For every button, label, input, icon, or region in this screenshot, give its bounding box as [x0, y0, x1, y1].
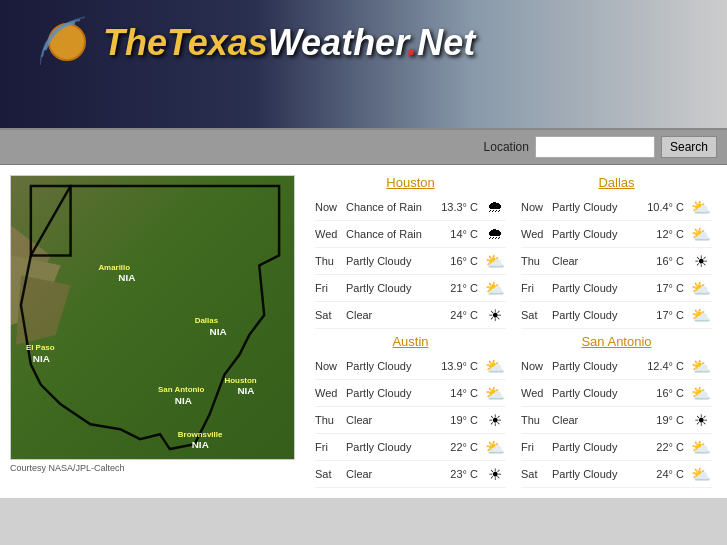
weather-row: WedPartly Cloudy14° C⛅	[315, 380, 506, 407]
weather-icon: ⛅	[484, 250, 506, 272]
weather-condition: Clear	[552, 414, 653, 426]
svg-text:NIA: NIA	[175, 395, 192, 406]
weather-icon: ⛅	[484, 382, 506, 404]
day-label: Sat	[315, 468, 343, 480]
map-caption: Courtesy NASA/JPL-Caltech	[10, 463, 305, 473]
city-block-dallas: DallasNowPartly Cloudy10.4° C⛅WedPartly …	[516, 175, 717, 329]
svg-text:San Antonio: San Antonio	[158, 385, 205, 394]
day-label: Sat	[521, 309, 549, 321]
day-label: Now	[521, 360, 549, 372]
city-name-houston[interactable]: Houston	[315, 175, 506, 190]
weather-icon: ⛅	[484, 355, 506, 377]
day-label: Now	[315, 201, 343, 213]
weather-row: SatPartly Cloudy24° C⛅	[521, 461, 712, 488]
weather-icon: ☀	[484, 304, 506, 326]
weather-row: FriPartly Cloudy21° C⛅	[315, 275, 506, 302]
weather-row: NowPartly Cloudy12.4° C⛅	[521, 353, 712, 380]
weather-icon: ⛅	[690, 223, 712, 245]
weather-temp: 17° C	[656, 309, 684, 321]
svg-text:El Paso: El Paso	[26, 343, 55, 352]
weather-condition: Partly Cloudy	[552, 228, 653, 240]
weather-temp: 22° C	[656, 441, 684, 453]
location-input[interactable]	[535, 136, 655, 158]
day-label: Wed	[315, 228, 343, 240]
weather-temp: 19° C	[450, 414, 478, 426]
weather-row: WedPartly Cloudy12° C⛅	[521, 221, 712, 248]
day-label: Sat	[315, 309, 343, 321]
weather-icon: ⛅	[484, 436, 506, 458]
logo-texas: Texas	[167, 22, 268, 63]
weather-temp: 16° C	[450, 255, 478, 267]
weather-row: ThuClear19° C☀	[521, 407, 712, 434]
weather-condition: Partly Cloudy	[346, 387, 447, 399]
weather-row: NowPartly Cloudy13.9° C⛅	[315, 353, 506, 380]
weather-condition: Partly Cloudy	[346, 360, 438, 372]
city-name-dallas[interactable]: Dallas	[521, 175, 712, 190]
city-block-san antonio: San AntonioNowPartly Cloudy12.4° C⛅WedPa…	[516, 334, 717, 488]
texas-map: Amarillo NIA Dallas NIA El Paso NIA San …	[10, 175, 295, 460]
weather-row: FriPartly Cloudy17° C⛅	[521, 275, 712, 302]
day-label: Wed	[521, 228, 549, 240]
weather-temp: 22° C	[450, 441, 478, 453]
city-block-houston: HoustonNowChance of Rain13.3° C🌧WedChanc…	[310, 175, 511, 329]
weather-temp: 14° C	[450, 387, 478, 399]
weather-icon: ☀	[484, 463, 506, 485]
logo-net: Net	[417, 22, 475, 63]
weather-condition: Chance of Rain	[346, 201, 438, 213]
weather-icon: ⛅	[690, 382, 712, 404]
weather-temp: 23° C	[450, 468, 478, 480]
weather-row: ThuPartly Cloudy16° C⛅	[315, 248, 506, 275]
svg-text:Dallas: Dallas	[195, 316, 219, 325]
location-label: Location	[484, 140, 529, 154]
weather-condition: Partly Cloudy	[552, 387, 653, 399]
weather-temp: 24° C	[450, 309, 478, 321]
city-name-san antonio[interactable]: San Antonio	[521, 334, 712, 349]
weather-condition: Partly Cloudy	[346, 255, 447, 267]
weather-row: FriPartly Cloudy22° C⛅	[315, 434, 506, 461]
day-label: Thu	[521, 414, 549, 426]
weather-row: SatClear24° C☀	[315, 302, 506, 329]
weather-row: FriPartly Cloudy22° C⛅	[521, 434, 712, 461]
weather-temp: 19° C	[656, 414, 684, 426]
weather-icon: ⛅	[690, 463, 712, 485]
weather-row: NowPartly Cloudy10.4° C⛅	[521, 194, 712, 221]
day-label: Now	[315, 360, 343, 372]
day-label: Fri	[521, 282, 549, 294]
weather-condition: Partly Cloudy	[552, 201, 644, 213]
weather-temp: 10.4° C	[647, 201, 684, 213]
weather-temp: 17° C	[656, 282, 684, 294]
weather-row: SatClear23° C☀	[315, 461, 506, 488]
weather-row: ThuClear19° C☀	[315, 407, 506, 434]
weather-condition: Clear	[346, 468, 447, 480]
weather-condition: Partly Cloudy	[346, 441, 447, 453]
weather-temp: 13.9° C	[441, 360, 478, 372]
day-label: Now	[521, 201, 549, 213]
day-label: Wed	[315, 387, 343, 399]
weather-condition: Partly Cloudy	[552, 468, 653, 480]
weather-icon: ☀	[690, 409, 712, 431]
weather-condition: Partly Cloudy	[552, 360, 644, 372]
city-name-austin[interactable]: Austin	[315, 334, 506, 349]
svg-text:NIA: NIA	[33, 353, 50, 364]
logo-area: TheTexasWeather.Net	[40, 15, 475, 70]
radar-icon	[40, 15, 95, 70]
weather-condition: Partly Cloudy	[346, 282, 447, 294]
search-button[interactable]: Search	[661, 136, 717, 158]
svg-text:Houston: Houston	[224, 376, 256, 385]
day-label: Fri	[521, 441, 549, 453]
weather-row: NowChance of Rain13.3° C🌧	[315, 194, 506, 221]
day-label: Fri	[315, 441, 343, 453]
weather-icon: 🌧	[484, 196, 506, 218]
weather-icon: ⛅	[690, 436, 712, 458]
weather-icon: 🌧	[484, 223, 506, 245]
weather-icon: ⛅	[690, 196, 712, 218]
weather-temp: 14° C	[450, 228, 478, 240]
weather-temp: 12.4° C	[647, 360, 684, 372]
svg-text:NIA: NIA	[192, 439, 209, 450]
day-label: Sat	[521, 468, 549, 480]
weather-icon: ⛅	[484, 277, 506, 299]
weather-row: ThuClear16° C☀	[521, 248, 712, 275]
city-block-austin: AustinNowPartly Cloudy13.9° C⛅WedPartly …	[310, 334, 511, 488]
weather-icon: ⛅	[690, 355, 712, 377]
svg-text:Brownsville: Brownsville	[178, 430, 223, 439]
